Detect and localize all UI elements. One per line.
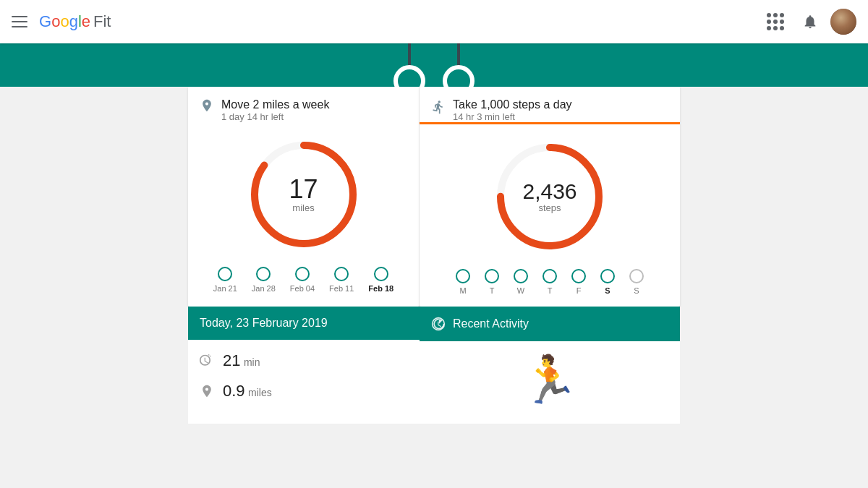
dot-jan21 <box>218 267 232 281</box>
today-distance-value: 0.9 miles <box>223 382 272 401</box>
steps-progress-circle: 2,436 steps <box>492 139 608 254</box>
week-dot-feb11: Feb 11 <box>329 267 354 293</box>
today-stat-time: 21 min <box>200 351 408 370</box>
day-dot-m: M <box>456 269 470 295</box>
apps-button[interactable] <box>761 7 790 36</box>
miles-goal-card: Move 2 miles a week 1 day 14 hr left 17 … <box>188 87 420 307</box>
steps-goal-title: Take 1,000 steps a day <box>453 98 572 111</box>
label-t1: T <box>490 286 495 295</box>
day-dot-t1: T <box>485 269 499 295</box>
main-content: Move 2 miles a week 1 day 14 hr left 17 … <box>0 87 868 424</box>
dot-feb11 <box>334 267 349 281</box>
miles-goal-subtitle: 1 day 14 hr left <box>221 111 329 122</box>
running-figure-icon: 🏃 <box>521 353 579 407</box>
location-pin-icon <box>200 98 214 113</box>
miles-card-text: Move 2 miles a week 1 day 14 hr left <box>221 98 329 122</box>
day-dot-s2: S <box>629 269 644 295</box>
steps-value: 2,436 <box>522 181 576 202</box>
label-w: W <box>517 286 524 295</box>
steps-card-header: Take 1,000 steps a day 14 hr 3 min left <box>431 98 668 122</box>
header-right <box>761 7 856 36</box>
today-miles-unit: miles <box>248 387 272 398</box>
today-time-value: 21 min <box>223 351 260 370</box>
week-dot-feb04: Feb 04 <box>290 267 315 293</box>
goal-cards-row: Move 2 miles a week 1 day 14 hr left 17 … <box>188 87 680 307</box>
notifications-button[interactable] <box>796 7 825 36</box>
label-jan28: Jan 28 <box>252 284 276 293</box>
label-feb18: Feb 18 <box>368 284 393 293</box>
miles-value: 17 <box>289 176 318 202</box>
label-t2: T <box>548 286 553 295</box>
miles-goal-title: Move 2 miles a week <box>221 98 329 111</box>
recent-activity-card: Recent Activity 🏃 <box>420 307 680 424</box>
dot-s1 <box>600 269 615 283</box>
dot-t2 <box>542 269 557 283</box>
today-card-body: 21 min 0.9 miles <box>188 340 420 424</box>
recent-header-label: Recent Activity <box>453 317 529 330</box>
steps-circle-value: 2,436 steps <box>522 181 576 213</box>
dot-feb04 <box>295 267 310 281</box>
app-logo: Google Fit <box>39 12 111 31</box>
label-f: F <box>576 286 582 295</box>
grid-icon <box>767 13 784 30</box>
label-s1: S <box>605 286 610 295</box>
timer-icon <box>200 354 214 368</box>
steps-goal-subtitle: 14 hr 3 min left <box>453 111 572 122</box>
dot-feb18 <box>374 267 388 281</box>
recent-card-header: Recent Activity <box>420 307 680 341</box>
today-card-header: Today, 23 February 2019 <box>188 307 420 340</box>
header-left: Google Fit <box>12 12 111 31</box>
label-feb04: Feb 04 <box>290 284 315 293</box>
dot-t1 <box>485 269 499 283</box>
recent-clock-icon <box>431 317 446 331</box>
week-dot-feb18: Feb 18 <box>368 267 393 293</box>
week-dot-jan28: Jan 28 <box>252 267 276 293</box>
steps-icon <box>431 100 446 114</box>
bell-icon-svg <box>802 14 818 30</box>
miles-unit: miles <box>289 202 318 213</box>
google-wordmark: Google <box>39 12 90 31</box>
week-dot-jan21: Jan 21 <box>213 267 237 293</box>
distance-pin-icon <box>200 384 214 398</box>
app-header: Google Fit <box>0 0 868 43</box>
bottom-cards-row: Today, 23 February 2019 21 min <box>188 307 680 424</box>
steps-day-dots: M T W T F <box>431 269 668 295</box>
fit-wordmark: Fit <box>93 12 111 31</box>
day-dot-w: W <box>514 269 528 295</box>
day-dot-f: F <box>571 269 586 295</box>
miles-progress-container: 17 miles <box>200 137 407 252</box>
steps-unit: steps <box>522 202 576 213</box>
day-dot-t2: T <box>542 269 557 295</box>
miles-card-header: Move 2 miles a week 1 day 14 hr left <box>200 98 407 122</box>
steps-orange-accent <box>420 122 680 124</box>
today-min-number: 21 <box>223 351 240 369</box>
dot-jan28 <box>256 267 271 281</box>
recent-card-body: 🏃 <box>420 341 680 419</box>
day-dot-s1: S <box>600 269 615 295</box>
miles-week-dots: Jan 21 Jan 28 Feb 04 Feb 11 Feb 18 <box>200 267 407 293</box>
dot-w <box>514 269 528 283</box>
steps-card-text: Take 1,000 steps a day 14 hr 3 min left <box>453 98 572 122</box>
today-card: Today, 23 February 2019 21 min <box>188 307 420 424</box>
miles-progress-circle: 17 miles <box>246 137 362 252</box>
today-min-unit: min <box>244 356 260 368</box>
steps-goal-card: Take 1,000 steps a day 14 hr 3 min left … <box>420 87 680 307</box>
today-stat-distance: 0.9 miles <box>200 382 408 401</box>
label-jan21: Jan 21 <box>213 284 237 293</box>
dot-s2 <box>629 269 644 283</box>
today-miles-number: 0.9 <box>223 382 245 400</box>
dot-m <box>456 269 470 283</box>
user-avatar[interactable] <box>830 9 856 35</box>
steps-progress-container: 2,436 steps <box>431 139 668 254</box>
hamburger-menu-button[interactable] <box>12 16 27 27</box>
label-s2: S <box>634 286 639 295</box>
avatar-image <box>830 9 856 35</box>
label-feb11: Feb 11 <box>329 284 354 293</box>
miles-circle-value: 17 miles <box>289 176 318 213</box>
dot-f <box>571 269 586 283</box>
label-m: M <box>459 286 466 295</box>
